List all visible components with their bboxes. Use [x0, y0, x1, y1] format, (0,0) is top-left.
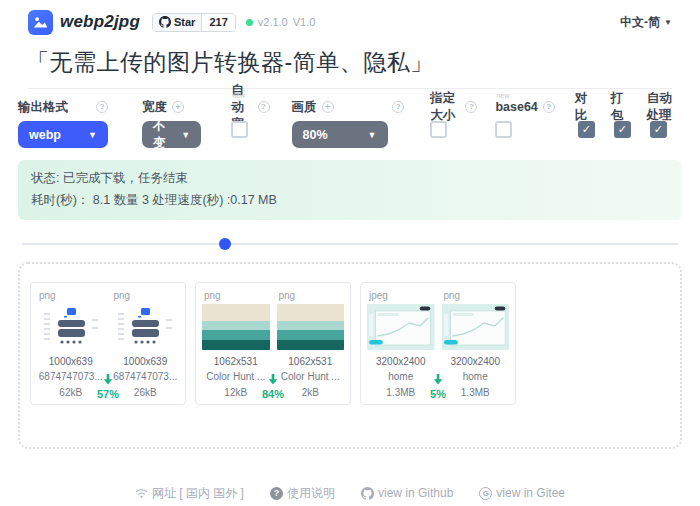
image-name: 6874747073... [112, 369, 180, 385]
width-value: 不变 [153, 118, 169, 152]
image-dimensions: 1000x639 [112, 354, 180, 370]
pack-label: 打包 [611, 90, 631, 124]
site-link[interactable]: 网址 [ 国内 国外 ] [135, 485, 244, 502]
target-size-checkbox[interactable] [430, 121, 447, 138]
site-link-label: 网址 [ 国内 国外 ] [152, 485, 244, 502]
language-label: 中文-简 [620, 14, 660, 31]
diagram-thumbnail-art [40, 306, 102, 348]
help-icon[interactable] [258, 101, 270, 113]
size-reduction: 84% [262, 371, 284, 401]
format-label: png [202, 290, 270, 301]
source-thumbnail[interactable] [202, 304, 270, 350]
result-card: jpeg 3200x2400 [360, 282, 516, 406]
gitee-icon: G [479, 487, 492, 500]
image-dimensions: 1062x531 [277, 354, 345, 370]
chevron-down-icon: ▼ [368, 130, 377, 140]
language-selector[interactable]: 中文-简 ▼ [620, 14, 672, 31]
source-thumbnail[interactable] [367, 304, 435, 350]
pack-checkbox[interactable] [614, 121, 631, 138]
version-info: v2.1.0 V1.0 [246, 16, 316, 28]
help-icon[interactable] [96, 101, 108, 113]
auto-width-control: new 自动宽 [231, 99, 269, 138]
result-thumbnail[interactable] [442, 304, 510, 350]
image-name: home [442, 369, 510, 385]
quality-select[interactable]: 80% ▼ [292, 121, 388, 148]
compare-checkbox[interactable] [578, 121, 595, 138]
output-format-value: webp [29, 128, 61, 142]
plus-circle-icon[interactable] [322, 101, 334, 113]
base64-checkbox[interactable] [495, 121, 512, 138]
app-title: webp2jpg [60, 12, 140, 32]
image-name: Color Hunt ... [277, 369, 345, 385]
output-format-control: 输出格式 webp ▼ [18, 99, 108, 148]
github-icon [159, 16, 171, 28]
image-size: 2kB [277, 385, 345, 401]
github-star-left[interactable]: Star [153, 14, 202, 31]
status-dot-icon [246, 19, 253, 26]
status-panel: 状态: 已完成下载，任务结束 耗时(秒)： 8.1 数量 3 处理速度(秒) :… [18, 160, 682, 220]
width-control: 宽度 不变 ▼ [142, 99, 201, 148]
github-link[interactable]: view in Github [361, 486, 453, 500]
format-label: jpeg [367, 290, 435, 301]
format-label: png [442, 290, 510, 301]
gitee-link[interactable]: G view in Gitee [479, 486, 565, 500]
palette-thumbnail-art [202, 304, 270, 350]
result-thumbnail[interactable] [112, 304, 180, 350]
size-reduction: 57% [97, 371, 119, 401]
drop-zone[interactable]: png [18, 262, 682, 449]
down-arrow-icon [433, 374, 443, 385]
plus-circle-icon[interactable] [172, 101, 184, 113]
controls-bar: 输出格式 webp ▼ 宽度 不变 ▼ new 自动宽 [0, 89, 700, 150]
help-icon[interactable] [543, 101, 555, 113]
format-label: png [277, 290, 345, 301]
app-logo-icon [28, 10, 53, 35]
question-circle-icon: ? [270, 487, 283, 500]
slider-track[interactable] [22, 243, 678, 245]
image-name: Color Hunt ... [202, 369, 270, 385]
result-thumbnail[interactable] [277, 304, 345, 350]
quality-control: 画质 80% ▼ [292, 99, 405, 148]
palette-thumbnail-art [277, 304, 345, 350]
image-size: 26kB [112, 385, 180, 401]
progress-slider[interactable] [22, 238, 678, 250]
down-arrow-icon [268, 374, 278, 385]
auto-process-checkbox[interactable] [650, 121, 667, 138]
usage-link[interactable]: ? 使用说明 [270, 485, 335, 502]
image-name: 6874747073... [37, 369, 105, 385]
result-card: png [30, 282, 186, 406]
image-name: home [367, 369, 435, 385]
format-label: png [112, 290, 180, 301]
image-dimensions: 1062x531 [202, 354, 270, 370]
github-icon [361, 487, 374, 500]
auto-width-checkbox[interactable] [231, 121, 248, 138]
help-icon[interactable] [465, 101, 477, 113]
image-size: 1.3MB [442, 385, 510, 401]
chevron-down-icon: ▼ [181, 130, 190, 140]
status-line1: 状态: 已完成下载，任务结束 [31, 168, 669, 190]
width-select[interactable]: 不变 ▼ [142, 121, 201, 148]
size-reduction: 5% [430, 371, 446, 401]
image-size: 12kB [202, 385, 270, 401]
gitee-link-label: view in Gitee [496, 486, 565, 500]
source-thumbnail[interactable] [37, 304, 105, 350]
new-badge: new [431, 92, 444, 99]
chevron-down-icon: ▼ [88, 130, 97, 140]
reduction-percent: 5% [430, 388, 446, 400]
header: webp2jpg Star 217 v2.1.0 V1.0 中文-简 ▼ [0, 0, 700, 44]
slider-thumb[interactable] [219, 238, 231, 250]
github-star-badge[interactable]: Star 217 [152, 13, 236, 32]
chevron-down-icon: ▼ [664, 18, 672, 27]
page-title: 「无需上传的图片转换器-简单、隐私」 [0, 44, 700, 88]
help-icon[interactable] [392, 101, 404, 113]
star-count: 217 [202, 14, 234, 31]
auto-process-label: 自动处理 [647, 90, 682, 124]
target-size-control: new 指定大小 [430, 99, 477, 138]
new-badge: new [232, 92, 245, 99]
pack-control: 打包 [611, 99, 631, 138]
new-badge: new [496, 92, 509, 99]
output-format-select[interactable]: webp ▼ [18, 121, 108, 148]
wifi-icon [135, 488, 148, 499]
diagram-thumbnail-art [114, 306, 176, 348]
format-label: png [37, 290, 105, 301]
status-line2: 耗时(秒)： 8.1 数量 3 处理速度(秒) :0.17 MB [31, 190, 669, 212]
